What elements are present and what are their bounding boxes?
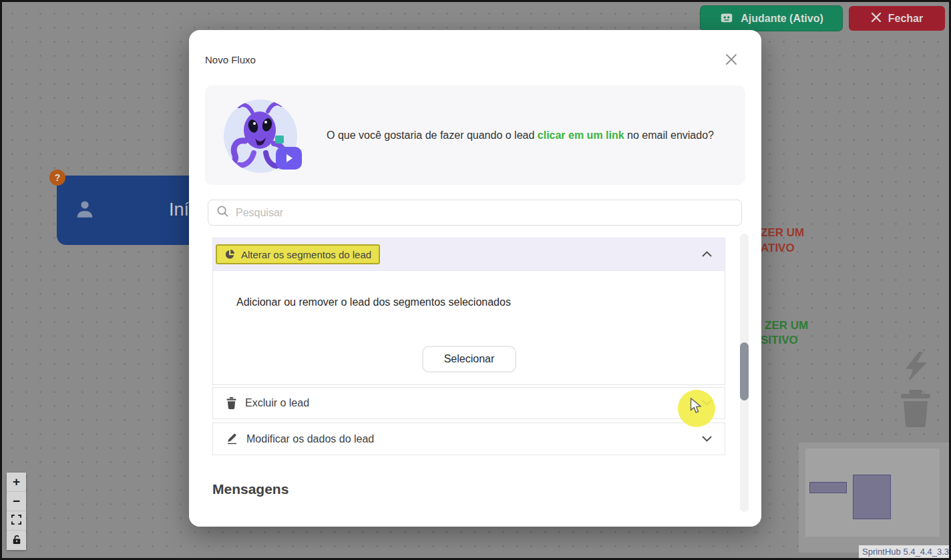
lock-icon xyxy=(12,533,21,548)
search-input[interactable] xyxy=(236,207,733,219)
fit-view-icon xyxy=(11,513,21,528)
negative-path-label-line2: ATIVO xyxy=(761,242,795,255)
help-badge-text: ? xyxy=(55,172,61,183)
chevron-down-icon xyxy=(701,433,713,445)
pie-chart-icon xyxy=(224,249,235,260)
intro-question-suffix: no email enviado? xyxy=(624,129,714,141)
search-box xyxy=(208,200,742,226)
robot-icon xyxy=(719,10,734,27)
action-description: Adicionar ou remover o lead dos segmento… xyxy=(236,296,511,308)
chevron-up-icon xyxy=(701,248,713,260)
mouse-cursor-icon xyxy=(689,398,704,414)
lock-button[interactable] xyxy=(7,531,26,550)
highlighted-action-label: Alterar os segmentos do lead xyxy=(216,244,380,264)
close-flow-button[interactable]: Fechar xyxy=(849,6,945,31)
pencil-icon xyxy=(226,433,238,445)
helper-button-label: Ajudante (Ativo) xyxy=(741,13,823,25)
play-icon xyxy=(284,154,294,163)
zoom-out-button[interactable]: − xyxy=(7,492,26,511)
flow-editor-screen: Ajudante (Ativo) Fechar Início ? ZER UM … xyxy=(0,0,951,560)
x-icon xyxy=(871,12,882,25)
positive-path-label-line2: SITIVO xyxy=(761,334,798,347)
version-label: SprintHub 5.4_4.4_3.3_1.6.5 xyxy=(859,545,951,559)
novo-fluxo-modal: Novo Fluxo xyxy=(189,30,761,527)
action-label: Modificar os dados do lead xyxy=(246,433,374,445)
accordion-panel-alterar-segmentos: Adicionar ou remover o lead dos segmento… xyxy=(212,271,725,385)
action-label: Excluir o lead xyxy=(245,397,309,409)
minimap[interactable] xyxy=(799,443,949,553)
positive-path-label-line1: ZER UM xyxy=(765,319,808,332)
person-icon xyxy=(74,198,96,222)
minus-icon: − xyxy=(13,494,20,509)
close-flow-label: Fechar xyxy=(888,13,923,25)
play-video-button[interactable] xyxy=(276,147,302,170)
minimap-node-large xyxy=(853,475,891,519)
messages-section-heading: Mensagens xyxy=(212,481,289,497)
helper-button[interactable]: Ajudante (Ativo) xyxy=(701,6,842,31)
action-label: Alterar os segmentos do lead xyxy=(241,249,371,260)
trash-icon xyxy=(226,397,236,409)
negative-path-label-line1: ZER UM xyxy=(761,226,804,240)
minimap-node-small xyxy=(809,482,847,493)
modal-close-icon[interactable] xyxy=(723,51,739,67)
intro-question: O que você gostaria de fazer quando o le… xyxy=(327,85,727,185)
flow-controls: + − xyxy=(7,473,26,550)
selecionar-button[interactable]: Selecionar xyxy=(422,346,516,372)
cursor-highlight xyxy=(678,390,715,427)
intro-question-prefix: O que você gostaria de fazer quando o le… xyxy=(327,129,538,141)
fit-view-button[interactable] xyxy=(7,511,26,531)
intro-card: O que você gostaria de fazer quando o le… xyxy=(205,85,745,185)
accordion-header-excluir-lead[interactable]: Excluir o lead xyxy=(212,387,725,419)
lightning-icon xyxy=(903,352,928,384)
zoom-in-button[interactable]: + xyxy=(7,473,26,492)
search-icon xyxy=(216,205,229,220)
trash-drop-icon xyxy=(900,390,932,430)
accordion-header-alterar-segmentos[interactable]: Alterar os segmentos do lead xyxy=(212,238,725,271)
plus-icon: + xyxy=(13,475,20,489)
accordion-header-modificar-dados[interactable]: Modificar os dados do lead xyxy=(212,423,725,455)
modal-scrollbar-thumb[interactable] xyxy=(740,342,749,400)
modal-title: Novo Fluxo xyxy=(205,54,256,65)
intro-question-highlight: clicar em um link xyxy=(538,129,624,141)
modal-scrollbar-track[interactable] xyxy=(740,234,749,512)
help-badge[interactable]: ? xyxy=(49,170,65,186)
